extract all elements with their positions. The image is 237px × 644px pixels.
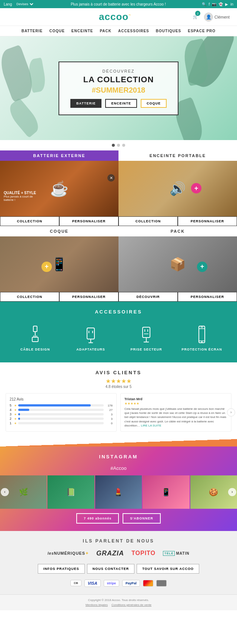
insta-img-2: 📗 (47, 475, 94, 509)
stripe-icon: stripe (104, 580, 120, 587)
lang-label[interactable]: Lang (4, 2, 12, 6)
press-logo-topito: TOPITO (131, 550, 156, 557)
batterie-personnaliser-btn[interactable]: PERSONNALISER (59, 216, 118, 226)
review-text-card: Tristan Mrd ★★★★★ Cela faisait plusieurs… (120, 393, 231, 432)
read-more[interactable]: LIRE LA SUITE (141, 424, 161, 427)
promo-text: Plus jamais à court de batterie avec les… (34, 2, 202, 6)
product-card-enceinte: ENCEINTE PORTABLE 🔊 + COLLECTION PERSONN… (118, 150, 237, 226)
footer: Copyright © 2018 Accoo. Tous droits rése… (0, 594, 237, 610)
nav-batterie[interactable]: BATTERIE (21, 29, 43, 33)
stat-row-1: 1 ★ 0 (10, 421, 113, 425)
accessory-cable[interactable]: CÂBLE DESIGN (7, 321, 63, 355)
plus-badge-yellow[interactable]: + (41, 262, 52, 272)
header: accoo~ 🛒 2 👤 Clément (0, 8, 237, 26)
dot-3[interactable] (122, 144, 125, 147)
enceinte-buttons: COLLECTION PERSONNALISER (118, 216, 237, 226)
nav-boutiques[interactable]: BOUTIQUES (156, 29, 181, 33)
stat-count-5: 178 (105, 404, 113, 407)
coque-collection-btn[interactable]: COLLECTION (0, 292, 59, 302)
dot-2[interactable] (117, 144, 120, 147)
insta-prev-btn[interactable]: ‹ (1, 488, 9, 496)
product-grid: BATTERIE EXTERNE ☕ ✕ QUALITÉ + STYLE Plu… (0, 150, 237, 302)
reviewer-name: Tristan Mrd (124, 397, 227, 401)
star-num-2: 2 (10, 417, 13, 421)
copyright-text: Copyright © 2018 Accoo. Tous droits rése… (4, 598, 233, 602)
press-links: INFOS PRATIQUES NOUS CONTACTER TOUT SAVO… (6, 564, 231, 574)
mentions-legales-link[interactable]: Mentions légales (86, 603, 108, 607)
press-title: ILS PARLENT DE NOUS (6, 538, 231, 544)
instagram-icon[interactable]: 📷 (212, 2, 216, 6)
accessories-grid: CÂBLE DESIGN ADAPTATEURS (0, 321, 237, 355)
hero-content: DÉCOUVREZ LA COLLECTION #SUMMER2018 BATT… (59, 62, 178, 115)
svg-rect-10 (143, 327, 150, 338)
coque-buttons: COLLECTION PERSONNALISER (0, 292, 118, 302)
followers-btn[interactable]: 7 490 abonnés (76, 513, 119, 524)
cable-label: CÂBLE DESIGN (20, 348, 50, 351)
enceinte-collection-btn[interactable]: COLLECTION (118, 216, 178, 226)
enceinte-personnaliser-btn[interactable]: PERSONNALISER (178, 216, 237, 226)
cart-area[interactable]: 🛒 2 (193, 14, 200, 19)
youtube-icon[interactable]: ▶ (225, 2, 228, 6)
accessory-adapter[interactable]: ADAPTATEURS (63, 321, 118, 355)
close-button[interactable]: ✕ (107, 174, 115, 182)
coque-personnaliser-btn[interactable]: PERSONNALISER (59, 292, 118, 302)
plus-badge-pink[interactable]: + (191, 183, 201, 193)
nav-pack[interactable]: PACK (100, 29, 111, 33)
user-area[interactable]: 👤 Clément (204, 13, 230, 21)
snapchat-icon[interactable]: 👻 (218, 2, 223, 6)
logo[interactable]: accoo~ (99, 11, 131, 23)
review-next-arrow[interactable]: › (227, 408, 235, 416)
nav-accessoires[interactable]: ACCESSOIRES (118, 29, 149, 33)
nav-enceinte[interactable]: ENCEINTE (71, 29, 93, 33)
svg-point-19 (201, 342, 203, 343)
cgv-link[interactable]: Conditions générales de vente (111, 603, 151, 607)
cable-icon (27, 324, 44, 345)
tele-label: TÉLÉ (163, 551, 175, 556)
avatar[interactable]: 👤 (204, 13, 213, 21)
pack-decouvrir-btn[interactable]: DÉCOUVRIR (118, 292, 178, 302)
star-icon-3: ★ (14, 413, 17, 416)
svg-rect-2 (32, 337, 38, 342)
enceinte-image: 🔊 (118, 161, 237, 216)
subscribe-btn[interactable]: S'ABONNER (123, 513, 161, 524)
dot-1[interactable] (112, 144, 115, 147)
nav-espace-pro[interactable]: ESPACE PRO (188, 29, 216, 33)
tout-savoir-btn[interactable]: TOUT SAVOIR SUR ACCOO (137, 564, 199, 574)
batterie-tagline: QUALITÉ + STYLE (4, 191, 36, 195)
accessory-screen[interactable]: PROTECTION ÉCRAN (174, 321, 230, 355)
stat-bar-3 (18, 413, 104, 415)
nous-contacter-btn[interactable]: NOUS CONTACTER (87, 564, 134, 574)
accessories-title: ACCESSOIRES (0, 309, 237, 315)
devises-select[interactable]: Devises (15, 2, 34, 6)
stat-count-2: 3 (105, 417, 113, 421)
insta-next-btn[interactable]: › (228, 488, 236, 496)
batterie-desc2: batterie ! (4, 198, 36, 202)
instagram-title: INSTAGRAM (0, 454, 237, 459)
pack-inner: 📦 + (118, 236, 237, 292)
hero-btn-enceinte[interactable]: ENCEINTE (105, 99, 137, 108)
pack-personnaliser-btn[interactable]: PERSONNALISER (178, 292, 237, 302)
linkedin-icon[interactable]: in (230, 2, 233, 6)
adapter-icon (83, 324, 99, 345)
product-card-pack: PACK 📦 + DÉCOUVRIR PERSONNALISER (118, 226, 237, 302)
plus-badge-teal[interactable]: + (197, 262, 207, 272)
accessory-plug[interactable]: PRISE SECTEUR (118, 321, 174, 355)
batterie-collection-btn[interactable]: COLLECTION (0, 216, 59, 226)
nav-coque[interactable]: COQUE (49, 29, 65, 33)
facebook-icon[interactable]: f (208, 2, 210, 6)
star-num-1: 1 (10, 421, 13, 425)
reviews-grid: 212 Avis 5 ★ 178 4 ★ 27 3 ★ (6, 393, 231, 432)
top-bar-left: Lang Devises (4, 2, 34, 6)
product-card-batterie: BATTERIE EXTERNE ☕ ✕ QUALITÉ + STYLE Plu… (0, 150, 118, 226)
screen-icon (194, 324, 210, 345)
stat-bar-2 (18, 418, 104, 420)
hero-btn-batterie[interactable]: BATTERIE (70, 99, 101, 108)
infos-pratiques-btn[interactable]: INFOS PRATIQUES (38, 564, 85, 574)
user-name: Clément (214, 15, 230, 19)
diagonal-divider (0, 439, 237, 447)
stat-row-4: 4 ★ 27 (10, 408, 113, 412)
mastercard-icon (143, 580, 153, 587)
matin-label: MATIN (176, 551, 189, 555)
hero-btn-coque[interactable]: COQUE (141, 99, 167, 108)
search-icon[interactable]: 🔍 (202, 2, 206, 6)
